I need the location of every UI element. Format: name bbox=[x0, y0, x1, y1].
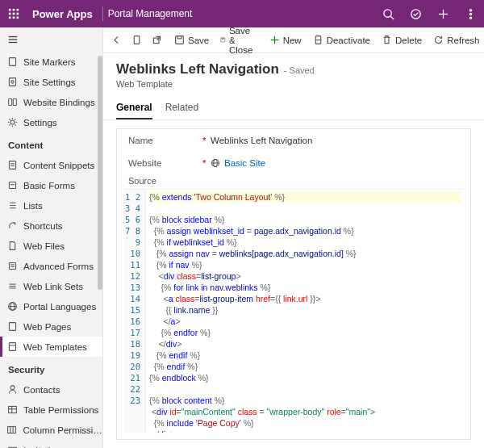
sidebar-item-basic-forms[interactable]: Basic Forms bbox=[0, 175, 102, 195]
required-icon: * bbox=[202, 136, 211, 145]
template-icon bbox=[6, 341, 18, 353]
svg-rect-24 bbox=[13, 98, 16, 105]
sidebar-item-settings[interactable]: Settings bbox=[0, 112, 102, 132]
sidebar-item-content-snippets[interactable]: Content Snippets bbox=[0, 155, 102, 175]
adv-form-icon bbox=[6, 261, 18, 272]
sidebar-item-invitations[interactable]: Invitations bbox=[0, 440, 102, 448]
svg-point-15 bbox=[469, 13, 471, 15]
sidebar-item-label: Column Permissio... bbox=[23, 425, 102, 435]
svg-rect-58 bbox=[177, 36, 182, 39]
app-header: Power Apps Portal Management bbox=[0, 0, 484, 27]
search-icon[interactable] bbox=[374, 0, 402, 27]
record-title: Weblinks Left Navigation bbox=[116, 61, 279, 77]
save-close-button[interactable]: Save & Close bbox=[215, 27, 263, 53]
website-link[interactable]: Basic Site bbox=[211, 158, 265, 168]
svg-rect-21 bbox=[9, 78, 15, 86]
command-bar: Save Save & Close New Deactivate Delete … bbox=[103, 27, 484, 53]
sidebar-item-site-markers[interactable]: Site Markers bbox=[0, 52, 102, 72]
sidebar-item-label: Site Markers bbox=[23, 57, 76, 67]
settings-page-icon bbox=[6, 77, 18, 88]
gear-icon bbox=[6, 117, 18, 128]
sidebar-item-website-bindings[interactable]: Website Bindings bbox=[0, 92, 102, 112]
sidebar: Site Markers Site Settings Website Bindi… bbox=[0, 27, 103, 448]
save-label: Save bbox=[188, 36, 209, 45]
sidebar-item-contacts[interactable]: Contacts bbox=[0, 379, 102, 400]
field-value: Weblinks Left Navigation bbox=[211, 136, 312, 145]
add-icon[interactable] bbox=[429, 0, 457, 27]
form-icon bbox=[6, 180, 18, 191]
open-new-icon[interactable] bbox=[147, 27, 167, 53]
sidebar-item-shortcuts[interactable]: Shortcuts bbox=[0, 216, 102, 236]
sidebar-item-label: Web Link Sets bbox=[23, 282, 83, 291]
record-set-icon[interactable] bbox=[127, 27, 147, 53]
refresh-label: Refresh bbox=[447, 36, 479, 45]
back-button[interactable] bbox=[106, 27, 127, 53]
svg-rect-3 bbox=[9, 13, 11, 15]
line-gutter: 1 2 3 4 5 6 7 8 9 10 11 12 13 14 15 16 1… bbox=[123, 190, 146, 433]
code-content[interactable]: {% extends 'Two Column Layout' %} {% blo… bbox=[146, 190, 464, 433]
task-icon[interactable] bbox=[402, 0, 429, 27]
sidebar-item-label: Web Templates bbox=[23, 342, 87, 352]
record-header: Weblinks Left Navigation - Saved Web Tem… bbox=[103, 53, 484, 92]
svg-rect-5 bbox=[17, 13, 19, 15]
sidebar-item-web-files[interactable]: Web Files bbox=[0, 236, 102, 256]
svg-point-46 bbox=[10, 386, 15, 390]
sidebar-item-advanced-forms[interactable]: Advanced Forms bbox=[0, 256, 102, 276]
column-perm-icon bbox=[6, 425, 17, 436]
new-button[interactable]: New bbox=[264, 27, 307, 53]
shortcut-icon bbox=[6, 220, 18, 232]
deactivate-label: Deactivate bbox=[327, 36, 370, 45]
svg-point-11 bbox=[411, 9, 419, 18]
sidebar-item-site-settings[interactable]: Site Settings bbox=[0, 72, 102, 92]
sidebar-item-lists[interactable]: Lists bbox=[0, 195, 102, 216]
brand-label: Power Apps bbox=[27, 8, 98, 20]
svg-rect-2 bbox=[17, 9, 19, 11]
refresh-button[interactable]: Refresh bbox=[428, 27, 484, 53]
sidebar-item-web-link-sets[interactable]: Web Link Sets bbox=[0, 276, 102, 296]
sidebar-item-label: Advanced Forms bbox=[23, 262, 94, 271]
deactivate-button[interactable]: Deactivate bbox=[307, 27, 376, 53]
form-tabs: General Related bbox=[103, 92, 484, 120]
waffle-icon[interactable] bbox=[0, 8, 27, 19]
record-subtitle: Web Template bbox=[116, 79, 471, 89]
svg-rect-44 bbox=[9, 343, 15, 351]
svg-rect-0 bbox=[9, 9, 11, 11]
sidebar-item-label: Shortcuts bbox=[23, 221, 63, 231]
field-name[interactable]: Name * Weblinks Left Navigation bbox=[117, 129, 470, 152]
sidebar-item-web-templates[interactable]: Web Templates bbox=[0, 337, 102, 357]
sidebar-item-label: Settings bbox=[23, 118, 57, 128]
svg-rect-6 bbox=[9, 17, 11, 19]
code-editor[interactable]: 1 2 3 4 5 6 7 8 9 10 11 12 13 14 15 16 1… bbox=[123, 189, 464, 433]
sidebar-scrollbar[interactable] bbox=[98, 52, 102, 448]
field-website[interactable]: Website * Basic Site bbox=[117, 152, 470, 174]
svg-rect-50 bbox=[8, 426, 16, 433]
sidebar-item-label: Web Files bbox=[23, 241, 65, 251]
sidebar-section-security: Security bbox=[0, 357, 102, 379]
more-header-icon[interactable] bbox=[457, 0, 484, 27]
sidebar-item-table-permissions[interactable]: Table Permissions bbox=[0, 400, 102, 420]
field-label: Website bbox=[128, 158, 202, 168]
svg-rect-26 bbox=[9, 161, 15, 170]
delete-button[interactable]: Delete bbox=[376, 27, 428, 53]
svg-point-16 bbox=[469, 17, 471, 19]
hamburger-icon[interactable] bbox=[0, 27, 102, 52]
tab-related[interactable]: Related bbox=[165, 97, 198, 119]
svg-rect-8 bbox=[17, 17, 19, 19]
svg-rect-47 bbox=[8, 406, 16, 412]
bindings-icon bbox=[6, 97, 18, 108]
snippet-icon bbox=[6, 160, 18, 171]
sidebar-item-web-pages[interactable]: Web Pages bbox=[0, 316, 102, 337]
sidebar-item-portal-languages[interactable]: Portal Languages bbox=[0, 296, 102, 316]
sidebar-section-content: Content bbox=[0, 132, 102, 155]
svg-point-14 bbox=[469, 9, 471, 10]
tab-general[interactable]: General bbox=[116, 97, 152, 119]
svg-point-22 bbox=[10, 81, 13, 83]
sidebar-item-column-permissions[interactable]: Column Permissio... bbox=[0, 420, 102, 440]
field-label: Name bbox=[128, 136, 202, 145]
sidebar-item-label: Website Bindings bbox=[23, 98, 95, 107]
save-button[interactable]: Save bbox=[169, 27, 215, 53]
svg-rect-1 bbox=[13, 9, 15, 11]
save-close-label: Save & Close bbox=[229, 26, 258, 55]
form-panel: Name * Weblinks Left Navigation Website … bbox=[116, 128, 471, 440]
svg-rect-59 bbox=[221, 38, 225, 42]
